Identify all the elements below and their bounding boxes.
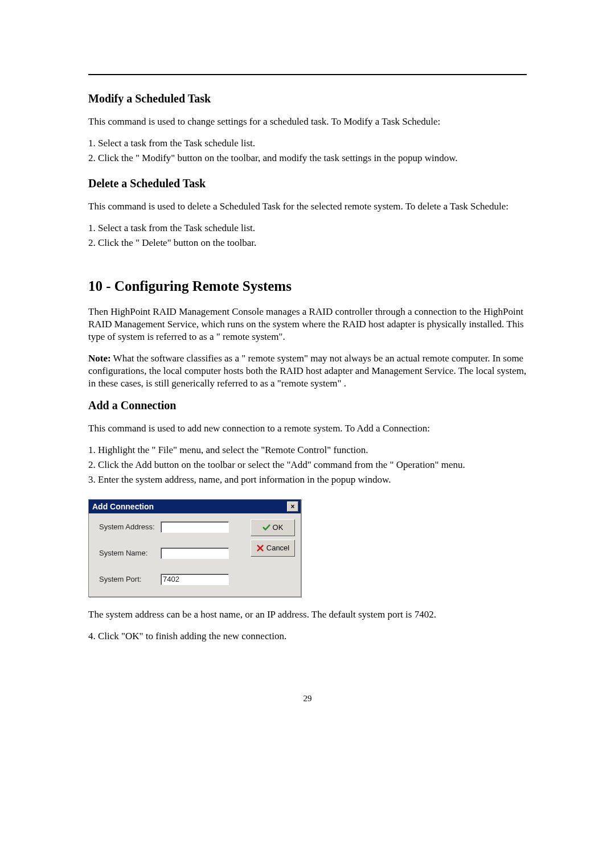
add-intro: This command is used to add new connecti… [88, 422, 527, 435]
heading-delete: Delete a Scheduled Task [88, 177, 527, 190]
note-label: Note: [88, 353, 111, 364]
dialog-fields: System Address: System Name: System Port… [93, 518, 251, 592]
dialog-title: Add Connection [92, 502, 154, 511]
ok-button[interactable]: OK [251, 519, 295, 536]
field-row-port: System Port: 7402 [99, 574, 246, 585]
modify-intro: This command is used to change settings … [88, 116, 527, 128]
heading-add-connection: Add a Connection [88, 399, 527, 412]
add-after-2: 4. Click "OK" to finish adding the new c… [88, 630, 527, 643]
add-after-1: The system address can be a host name, o… [88, 608, 527, 621]
config-note: Note: What the software classifies as a … [88, 352, 527, 390]
heading-configuring: 10 - Configuring Remote Systems [88, 278, 527, 294]
input-system-name[interactable] [161, 548, 229, 559]
document-page: Modify a Scheduled Task This command is … [0, 0, 615, 738]
note-body: What the software classifies as a " remo… [88, 353, 526, 389]
heading-modify: Modify a Scheduled Task [88, 92, 527, 105]
label-system-name: System Name: [99, 549, 161, 557]
x-icon [256, 544, 264, 552]
field-row-address: System Address: [99, 521, 246, 533]
page-number: 29 [88, 694, 527, 704]
field-row-name: System Name: [99, 548, 246, 559]
add-connection-dialog: Add Connection × System Address: System … [88, 499, 301, 597]
label-system-port: System Port: [99, 575, 161, 583]
add-step-3: 3. Enter the system address, name, and p… [88, 474, 527, 486]
input-system-address[interactable] [161, 521, 229, 533]
delete-step-2: 2. Click the " Delete" button on the too… [88, 237, 527, 249]
label-system-address: System Address: [99, 523, 161, 531]
check-icon [263, 524, 270, 532]
modify-step-2: 2. Click the " Modify" button on the too… [88, 152, 527, 164]
dialog-titlebar[interactable]: Add Connection × [89, 500, 301, 513]
delete-intro: This command is used to delete a Schedul… [88, 200, 527, 213]
add-steps: 1. Highlight the " File" menu, and selec… [88, 444, 527, 486]
add-step-1: 1. Highlight the " File" menu, and selec… [88, 444, 527, 456]
cancel-button[interactable]: Cancel [251, 540, 295, 557]
delete-step-1: 1. Select a task from the Task schedule … [88, 222, 527, 235]
config-para1: Then HighPoint RAID Management Console m… [88, 306, 527, 343]
close-button[interactable]: × [287, 501, 298, 512]
input-system-port[interactable]: 7402 [161, 574, 229, 585]
dialog-body: System Address: System Name: System Port… [89, 513, 301, 597]
header-rule [88, 74, 527, 75]
modify-steps: 1. Select a task from the Task schedule … [88, 137, 527, 164]
modify-step-1: 1. Select a task from the Task schedule … [88, 137, 527, 150]
cancel-label: Cancel [266, 544, 289, 552]
dialog-buttons: OK Cancel [251, 518, 296, 592]
add-step-2: 2. Click the Add button on the toolbar o… [88, 459, 527, 471]
delete-steps: 1. Select a task from the Task schedule … [88, 222, 527, 249]
ok-label: OK [273, 523, 284, 532]
